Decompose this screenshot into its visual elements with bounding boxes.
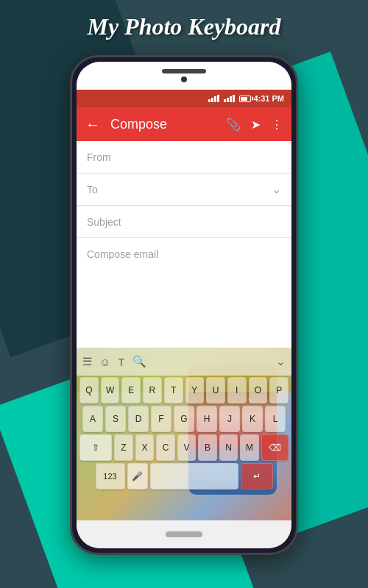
kb-emoji-icon[interactable]: ☺ xyxy=(99,356,110,368)
kb-menu-icon[interactable]: ☰ xyxy=(82,355,92,368)
signal-bars-1 xyxy=(208,95,219,102)
to-field[interactable]: To ⌄ xyxy=(77,173,291,206)
key-m[interactable]: M xyxy=(240,434,259,461)
from-field[interactable]: From xyxy=(77,141,291,173)
battery-icon xyxy=(239,96,251,102)
status-bar: 4:31 PM xyxy=(77,90,291,107)
kb-search-icon[interactable]: 🔍 xyxy=(132,355,146,368)
app-title: My Photo Keyboard xyxy=(0,13,368,40)
key-t[interactable]: T xyxy=(164,377,183,404)
kb-toolbar-right: ⌄ xyxy=(276,355,286,368)
key-mic[interactable]: 🎤 xyxy=(127,463,148,490)
battery-fill xyxy=(241,97,247,101)
signal-bars-2 xyxy=(224,95,235,102)
bar-1 xyxy=(208,99,210,102)
bar-7 xyxy=(230,96,232,102)
attach-icon[interactable]: 📎 xyxy=(226,118,241,132)
key-enter[interactable]: ↵ xyxy=(241,463,273,490)
bar-8 xyxy=(233,95,235,102)
key-v[interactable]: V xyxy=(177,434,197,461)
key-s[interactable]: S xyxy=(105,406,126,432)
status-icons: 4:31 PM xyxy=(208,94,284,103)
key-y[interactable]: Y xyxy=(185,377,205,404)
phone-speaker xyxy=(162,69,206,74)
phone-camera xyxy=(181,76,187,82)
key-d[interactable]: D xyxy=(128,406,149,432)
to-label: To xyxy=(87,184,98,196)
phone-frame: 4:31 PM ← Compose 📎 ➤ ⋮ From To xyxy=(70,55,298,555)
body-field[interactable]: Compose email xyxy=(77,238,291,270)
key-o[interactable]: O xyxy=(249,377,268,404)
from-label: From xyxy=(87,151,111,163)
key-g[interactable]: G xyxy=(174,406,194,432)
bar-2 xyxy=(211,98,213,102)
key-j[interactable]: J xyxy=(219,406,240,432)
bar-3 xyxy=(214,96,216,102)
kb-row-1: Q W E R T Y U I O P xyxy=(79,377,289,404)
body-placeholder: Compose email xyxy=(87,248,158,260)
key-p[interactable]: P xyxy=(269,377,289,404)
back-button[interactable]: ← xyxy=(85,116,100,133)
kb-text-icon[interactable]: T xyxy=(118,356,124,368)
key-q[interactable]: Q xyxy=(79,377,99,404)
key-i[interactable]: I xyxy=(227,377,247,404)
key-b[interactable]: B xyxy=(198,434,217,461)
kb-row-3: ⇧ Z X C V B N M ⌫ xyxy=(79,434,289,461)
key-z[interactable]: Z xyxy=(114,434,133,461)
key-k[interactable]: K xyxy=(242,406,263,432)
bar-6 xyxy=(227,98,229,102)
key-e[interactable]: E xyxy=(121,377,141,404)
key-space[interactable] xyxy=(150,463,238,490)
key-h[interactable]: H xyxy=(197,406,217,432)
key-a[interactable]: A xyxy=(82,406,103,432)
toolbar-actions: 📎 ➤ ⋮ xyxy=(226,118,283,132)
bar-4 xyxy=(217,95,219,102)
compose-form: From To ⌄ Subject Compose email xyxy=(77,141,291,270)
toolbar-title: Compose xyxy=(110,117,219,132)
more-icon[interactable]: ⋮ xyxy=(271,118,283,132)
keyboard-toolbar: ☰ ☺ T 🔍 ⌄ xyxy=(77,348,291,376)
key-c[interactable]: C xyxy=(156,434,175,461)
phone-bottom-area xyxy=(77,520,291,548)
kb-row-2: A S D F G H J K L xyxy=(79,406,289,432)
key-l[interactable]: L xyxy=(265,406,286,432)
keyboard: ☰ ☺ T 🔍 ⌄ Q W E R xyxy=(77,348,291,520)
key-w[interactable]: W xyxy=(101,377,120,404)
key-delete[interactable]: ⌫ xyxy=(261,434,289,461)
chevron-down-icon: ⌄ xyxy=(272,182,281,196)
phone-inner: 4:31 PM ← Compose 📎 ➤ ⋮ From To xyxy=(77,62,291,548)
keyboard-rows: Q W E R T Y U I O P A S xyxy=(77,376,291,493)
key-u[interactable]: U xyxy=(206,377,225,404)
battery-tip xyxy=(252,97,253,101)
status-time: 4:31 PM xyxy=(253,94,284,103)
subject-label: Subject xyxy=(87,216,121,228)
key-numbers[interactable]: 123 xyxy=(96,463,125,490)
key-r[interactable]: R xyxy=(143,377,162,404)
kb-toolbar-left: ☰ ☺ T 🔍 xyxy=(82,355,146,368)
key-x[interactable]: X xyxy=(135,434,155,461)
screen: 4:31 PM ← Compose 📎 ➤ ⋮ From To xyxy=(77,90,291,520)
home-button[interactable] xyxy=(166,531,202,537)
bar-5 xyxy=(224,99,226,102)
key-f[interactable]: F xyxy=(151,406,171,432)
key-n[interactable]: N xyxy=(219,434,238,461)
kb-close-icon[interactable]: ⌄ xyxy=(276,355,286,368)
kb-row-4: 123 🎤 ↵ xyxy=(79,463,289,490)
send-button[interactable]: ➤ xyxy=(251,118,261,132)
subject-field[interactable]: Subject xyxy=(77,206,291,238)
key-shift[interactable]: ⇧ xyxy=(79,434,112,461)
email-toolbar: ← Compose 📎 ➤ ⋮ xyxy=(77,107,291,141)
